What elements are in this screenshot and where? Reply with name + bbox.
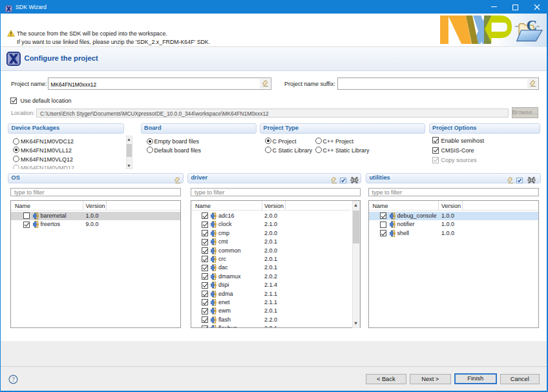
svg-text:?: ? — [12, 376, 14, 382]
